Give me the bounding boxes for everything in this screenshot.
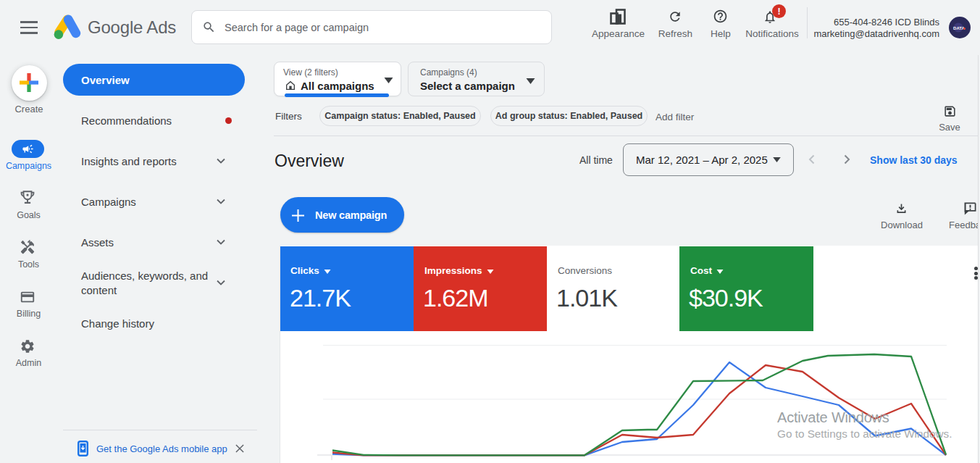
svg-text:!: !	[777, 7, 780, 17]
svg-text:DATA: DATA	[953, 26, 965, 30]
